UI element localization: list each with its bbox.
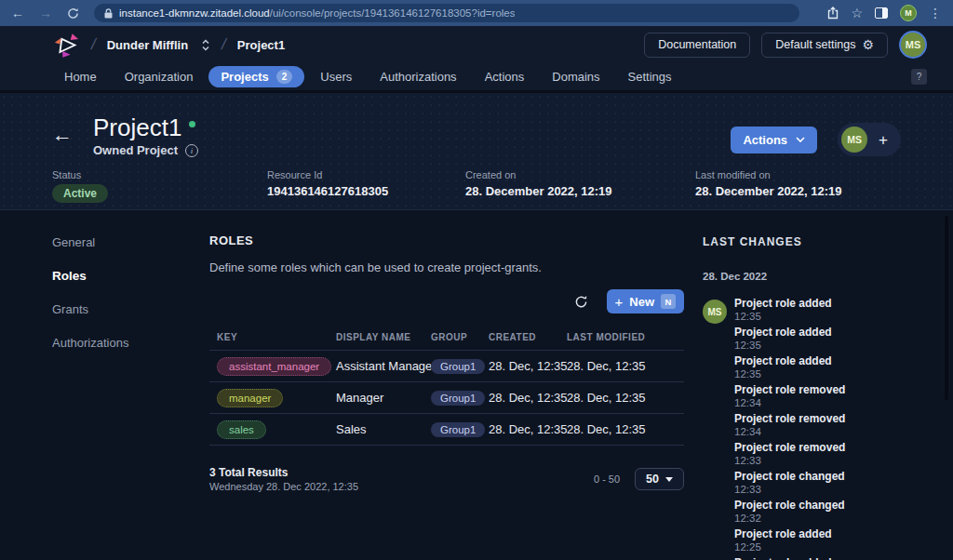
change-time: 12:25 [734, 541, 931, 553]
change-text: Project role added [734, 355, 931, 367]
actions-button[interactable]: Actions [731, 127, 817, 153]
user-avatar[interactable]: MS [899, 31, 927, 59]
change-text: Project role added [734, 528, 931, 540]
member-avatar: MS [841, 127, 867, 153]
project-breadcrumb[interactable]: Project1 [237, 38, 285, 52]
members-pill[interactable]: MS + [838, 123, 901, 156]
caret-down-icon [665, 477, 673, 482]
sidebar-item[interactable]: Grants [52, 296, 209, 323]
info-icon[interactable]: i [185, 144, 198, 157]
meta-item: Status Active [52, 169, 267, 203]
table-row[interactable]: sales Sales Group1 28. Dec, 12:35 28. De… [209, 414, 684, 446]
share-icon[interactable] [827, 7, 839, 20]
browser-menu-icon[interactable]: ⋮ [929, 7, 942, 20]
nav-tab[interactable]: Users [308, 66, 364, 87]
change-time: 12:34 [734, 397, 931, 409]
org-name[interactable]: Dunder Mifflin [107, 38, 188, 52]
changes-title: LAST CHANGES [703, 229, 931, 248]
table-row[interactable]: manager Manager Group1 28. Dec, 12:35 28… [209, 382, 684, 414]
org-switcher-icon[interactable] [201, 38, 210, 52]
lock-icon [104, 8, 113, 19]
change-text: Project role removed [734, 413, 931, 425]
bookmark-star-icon[interactable]: ☆ [851, 7, 863, 20]
sidebar-item[interactable]: Roles [52, 262, 209, 289]
scrollbar-thumb[interactable] [945, 216, 948, 400]
changes-timeline: MS Project role added 12:35 Project role… [703, 298, 931, 560]
zitadel-logo[interactable] [52, 33, 80, 58]
page-range: 0 - 50 [594, 473, 620, 485]
project-hero: ← Project1 Owned Project i Actions MS + [0, 93, 953, 210]
browser-chrome: ← → instance1-dkmnzw.zitadel.cloud/ui/co… [0, 0, 953, 26]
change-entry[interactable]: Project role added 12:35 [734, 298, 931, 323]
default-settings-button[interactable]: Default settings⚙ [761, 33, 888, 58]
side-panel-icon[interactable] [875, 7, 888, 19]
nav-tabs: Home Organization Projects 2 Users Autho… [0, 63, 953, 90]
change-entry[interactable]: Project role changed 12:32 [734, 500, 931, 525]
role-modified: 28. Dec, 12:35 [559, 359, 684, 373]
nav-tab[interactable]: Home [52, 66, 109, 87]
results-timestamp: Wednesday 28. Dec 2022, 12:35 [209, 481, 358, 492]
tab-label: Authorizations [380, 70, 456, 84]
role-display-name: Manager [329, 391, 423, 405]
change-entry[interactable]: Project role removed 12:34 [734, 384, 931, 409]
meta-value: 28. December 2022, 12:19 [465, 184, 612, 198]
sidebar-item[interactable]: General [52, 229, 209, 256]
column-header[interactable]: GROUP [423, 325, 481, 350]
page-title: Project1 [93, 113, 181, 141]
table-footer: 3 Total Results Wednesday 28. Dec 2022, … [209, 466, 684, 492]
role-key-badge[interactable]: manager [217, 389, 283, 407]
nav-tab[interactable]: Settings [616, 66, 684, 87]
sidebar-item[interactable]: Authorizations [52, 329, 209, 356]
table-row[interactable]: assistant_manager Assistant Manager Grou… [209, 351, 684, 382]
change-entry[interactable]: Project role removed 12:34 [734, 413, 931, 438]
url-text: instance1-dkmnzw.zitadel.cloud/ui/consol… [119, 7, 515, 19]
page-size-select[interactable]: 50 [635, 468, 684, 490]
column-header[interactable]: KEY [209, 325, 329, 350]
change-entry[interactable]: Project role added 12:35 [734, 355, 931, 380]
change-time: 12:32 [734, 513, 931, 525]
meta-label: Created on [465, 169, 695, 180]
change-time: 12:35 [734, 311, 931, 323]
role-modified: 28. Dec, 12:35 [559, 391, 684, 405]
roles-section: ROLES Define some roles which can be use… [209, 229, 684, 560]
change-entry[interactable]: Project role added 12:25 [734, 528, 931, 553]
back-button[interactable]: ← [52, 125, 73, 145]
tab-badge: 2 [276, 70, 293, 84]
tab-label: Home [64, 70, 97, 84]
role-key-badge[interactable]: assistant_manager [217, 357, 331, 376]
role-display-name: Sales [329, 422, 423, 436]
forward-icon[interactable]: → [39, 7, 52, 20]
tab-label: Domains [552, 70, 599, 84]
nav-tab[interactable]: Organization [113, 66, 206, 87]
change-entry[interactable]: Project role changed 12:33 [734, 471, 931, 496]
group-badge[interactable]: Group1 [431, 391, 485, 406]
role-display-name: Assistant Manager [329, 359, 423, 373]
reload-icon[interactable] [67, 7, 79, 20]
role-key-badge[interactable]: sales [217, 420, 266, 439]
refresh-icon[interactable] [574, 295, 588, 309]
group-badge[interactable]: Group1 [431, 359, 485, 374]
address-bar[interactable]: instance1-dkmnzw.zitadel.cloud/ui/consol… [94, 4, 799, 22]
new-role-button[interactable]: + New N [607, 289, 685, 313]
change-entry[interactable]: Project role added 12:35 [734, 327, 931, 352]
nav-tab[interactable]: Authorizations [368, 66, 468, 87]
group-badge[interactable]: Group1 [431, 422, 485, 437]
browser-avatar[interactable]: M [900, 5, 917, 21]
add-member-icon[interactable]: + [879, 132, 888, 148]
change-entry[interactable]: Project role removed 12:33 [734, 442, 931, 467]
help-button[interactable]: ? [911, 69, 927, 85]
back-icon[interactable]: ← [11, 7, 24, 20]
nav-tab[interactable]: Actions [473, 66, 537, 87]
nav-tab[interactable]: Projects 2 [208, 66, 304, 87]
breadcrumb-separator: / [220, 35, 228, 54]
column-header[interactable]: DISPLAY NAME [329, 325, 423, 350]
project-type-label: Owned Project [93, 143, 178, 157]
changes-date: 28. Dec 2022 [703, 271, 931, 282]
nav-tab[interactable]: Domains [540, 66, 611, 87]
tab-label: Users [320, 70, 352, 84]
documentation-button[interactable]: Documentation [644, 33, 750, 58]
meta-label: Resource Id [267, 169, 465, 180]
column-header[interactable]: LAST MODIFIED [559, 325, 684, 350]
column-header[interactable]: CREATED [481, 325, 559, 350]
section-title: ROLES [209, 229, 684, 247]
